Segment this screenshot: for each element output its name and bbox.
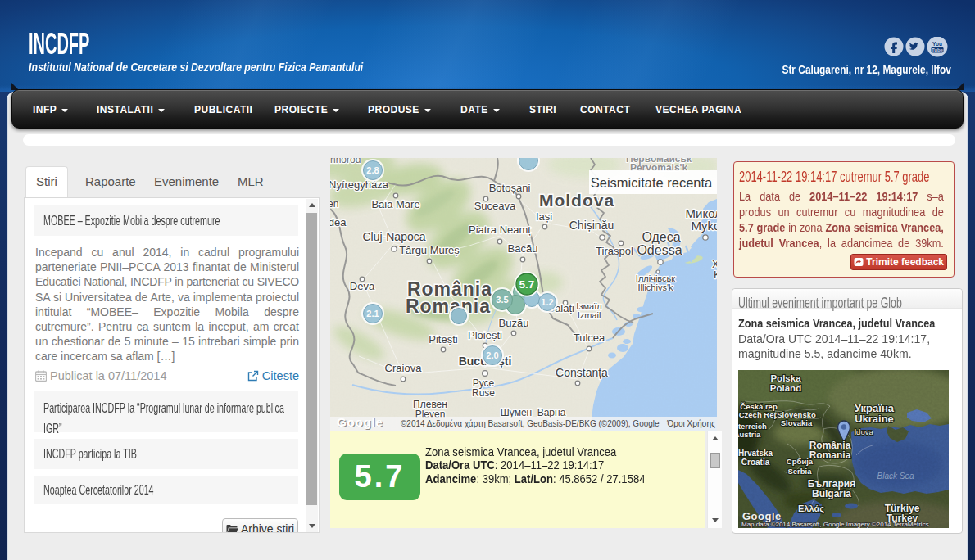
svg-text:Seismicitate recenta: Seismicitate recenta bbox=[591, 175, 713, 190]
svg-text:Όροι Χρήσης: Όροι Χρήσης bbox=[667, 419, 716, 428]
svg-text:You: You bbox=[932, 41, 942, 47]
svg-text:©2014 Δεδομένα χάρτη Basarsoft: ©2014 Δεδομένα χάρτη Basarsoft, GeoBasis… bbox=[401, 419, 660, 428]
svg-text:Tube: Tube bbox=[932, 47, 944, 52]
svg-text:Google: Google bbox=[337, 415, 383, 429]
